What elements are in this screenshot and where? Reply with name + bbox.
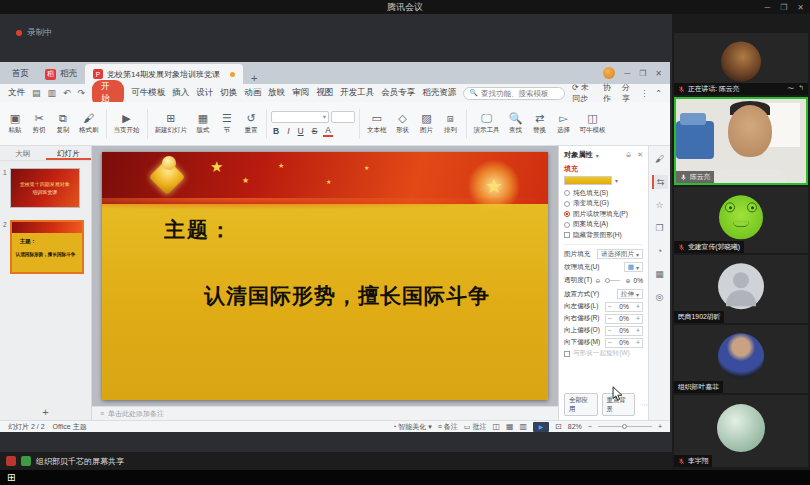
ribbon-tab-view[interactable]: 视图 — [316, 87, 333, 99]
rotate-with-shape-checkbox[interactable]: 与形状一起旋转(W) — [564, 349, 643, 360]
offset-left-stepper[interactable]: −0%+ — [605, 302, 643, 312]
add-slide-button[interactable]: + — [0, 406, 92, 420]
ribbon-tab-animation[interactable]: 动画 — [244, 87, 261, 99]
style-icon[interactable]: 🖌 — [652, 152, 668, 166]
slideshow-button[interactable]: ▶ — [533, 422, 549, 432]
participant-tile-active[interactable]: 陈云亮 — [674, 97, 808, 185]
zoom-slider[interactable] — [598, 426, 652, 427]
tab-slides[interactable]: 幻灯片 — [46, 146, 92, 160]
normal-view-icon[interactable]: ◫ — [492, 422, 500, 431]
copy-button[interactable]: ⧉复制 — [52, 111, 74, 137]
fit-window-icon[interactable]: ⊡ — [555, 422, 562, 431]
play-from-current-button[interactable]: ▶当页开始 — [111, 111, 143, 137]
collapse-ribbon-icon[interactable]: ⌃ — [655, 89, 662, 98]
font-color-button[interactable]: A — [323, 125, 333, 137]
ribbon-tab-keniu[interactable]: 可牛模板 — [131, 87, 165, 99]
offset-down-stepper[interactable]: −0%+ — [605, 338, 643, 348]
fill-color-swatch[interactable] — [564, 176, 612, 185]
keniu-template-button[interactable]: ◫可牛模板 — [577, 111, 609, 137]
collab-button[interactable]: 协作 — [603, 82, 615, 104]
return-arrow-icon[interactable]: ↰ — [798, 84, 804, 94]
font-size-select[interactable] — [331, 111, 355, 123]
wps-restore-icon[interactable]: ❐ — [639, 69, 646, 78]
props-close-icon[interactable]: ✕ — [637, 151, 643, 159]
undo-icon[interactable]: ↶ — [63, 88, 71, 98]
replace-button[interactable]: ⇄替换 — [529, 111, 551, 137]
history-icon[interactable]: ◔ — [652, 244, 668, 258]
slide-canvas[interactable]: ★ ★ ★ ★ ★ ★ 主题： 认清国际形势，擅长国际斗争 — [92, 146, 558, 406]
notes-toggle-button[interactable]: ≡ 备注 — [438, 422, 458, 432]
zoom-in-icon[interactable]: + — [658, 423, 662, 430]
zoom-out-icon[interactable]: − — [588, 423, 592, 430]
underline-button[interactable]: U — [296, 126, 306, 136]
comments-toggle-button[interactable]: ▭ 批注 — [464, 422, 487, 432]
fill-section-label[interactable]: 填充 — [564, 164, 643, 174]
save-icon[interactable]: ▤ — [32, 88, 41, 98]
participant-tile[interactable]: 组织部叶嘉菲 — [674, 325, 808, 393]
print-icon[interactable]: ▥ — [48, 88, 57, 98]
close-icon[interactable]: ✕ — [797, 3, 804, 12]
select-button[interactable]: ▻选择 — [553, 111, 575, 137]
more-icon[interactable]: ⋮ — [640, 89, 648, 98]
textbox-button[interactable]: ▭文本框 — [364, 111, 390, 137]
slide-body-text[interactable]: 认清国际形势，擅长国际斗争 — [204, 282, 490, 310]
windows-start-icon[interactable]: ⊞ — [7, 472, 15, 483]
media-icon[interactable]: ▦ — [652, 267, 668, 281]
picture-button[interactable]: ▨图片 — [416, 111, 438, 137]
ribbon-tab-insert[interactable]: 插入 — [172, 87, 189, 99]
favorites-icon[interactable]: ☆ — [652, 198, 668, 212]
menu-file[interactable]: 文件 — [8, 87, 25, 99]
ribbon-tab-review[interactable]: 审阅 — [292, 87, 309, 99]
bell-icon[interactable]: 🕭 — [625, 151, 632, 159]
slide-title-text[interactable]: 主题： — [164, 216, 233, 244]
search-input[interactable] — [481, 89, 559, 98]
wps-minimize-icon[interactable]: ─ — [624, 69, 630, 78]
ribbon-tab-transition[interactable]: 切换 — [220, 87, 237, 99]
shapes-button[interactable]: ◇形状 — [392, 111, 414, 137]
bold-button[interactable]: B — [271, 126, 281, 136]
participant-tile[interactable]: 李宇翔 — [674, 395, 808, 467]
ribbon-search[interactable]: 🔍 — [463, 87, 565, 100]
tab-docer[interactable]: 稻 稻壳 — [37, 64, 85, 84]
wps-close-icon[interactable]: ✕ — [655, 69, 662, 78]
more-icon[interactable]: ⋯ — [641, 401, 648, 409]
current-slide[interactable]: ★ ★ ★ ★ ★ ★ 主题： 认清国际形势，擅长国际斗争 — [102, 152, 548, 400]
format-painter-button[interactable]: 🖌格式刷 — [76, 111, 102, 137]
fill-color-picker[interactable]: ▾ — [564, 176, 643, 185]
share-button[interactable]: 分享 — [622, 82, 634, 104]
chevron-down-icon[interactable]: ▾ — [596, 152, 599, 159]
fill-option-solid[interactable]: 纯色填充(S) — [564, 188, 643, 199]
italic-button[interactable]: I — [285, 126, 291, 136]
panes-icon[interactable]: ❐ — [652, 221, 668, 235]
beautify-button[interactable]: ◔ 智能美化 ▾ — [392, 422, 432, 432]
hide-background-checkbox[interactable]: 隐藏背景图形(H) — [564, 230, 643, 241]
fill-option-pattern[interactable]: 图案填充(A) — [564, 220, 643, 231]
slide-thumb-2[interactable]: 2 主题： 认清国际形势，擅长国际斗争 — [3, 220, 84, 274]
transparency-slider[interactable] — [605, 280, 620, 281]
reading-view-icon[interactable]: ▥ — [520, 422, 528, 431]
section-button[interactable]: ☰节 — [216, 111, 238, 137]
fill-option-gradient[interactable]: 渐变填充(G) — [564, 199, 643, 210]
redo-icon[interactable]: ↷ — [78, 88, 86, 98]
ribbon-tab-dev[interactable]: 开发工具 — [340, 87, 374, 99]
new-tab-button[interactable]: + — [243, 72, 265, 84]
tab-outline[interactable]: 大纲 — [0, 146, 46, 160]
font-name-select[interactable]: ▾ — [271, 111, 329, 123]
slide-thumb-1[interactable]: 1 党校第十四期发展对象 培训班党课 — [3, 168, 80, 208]
apply-all-button[interactable]: 全部应用 — [564, 393, 598, 416]
sync-status[interactable]: ⟳ 未同步 — [572, 82, 596, 104]
fill-option-picture[interactable]: 图片或纹理填充(P) — [564, 209, 643, 220]
ribbon-tab-member[interactable]: 会员专享 — [381, 87, 415, 99]
tab-home[interactable]: 首页 — [4, 64, 37, 84]
present-tools-button[interactable]: 🖵演示工具 — [471, 111, 503, 137]
paste-button[interactable]: ▣粘贴 — [4, 111, 26, 137]
reset-button[interactable]: ↺重置 — [240, 111, 262, 137]
object-properties-icon[interactable]: ⇆ — [652, 175, 668, 189]
offset-right-stepper[interactable]: −0%+ — [605, 314, 643, 324]
slider-minus-icon[interactable]: ⊖ — [595, 277, 600, 284]
participant-tile[interactable]: 民商1902胡昕 — [674, 255, 808, 323]
zoom-value[interactable]: 82% — [568, 423, 582, 430]
sorter-view-icon[interactable]: ▦ — [506, 422, 514, 431]
chevron-down-icon[interactable]: ▾ — [615, 177, 618, 184]
notes-bar[interactable]: ≡ 单击此处添加备注 — [92, 406, 558, 420]
